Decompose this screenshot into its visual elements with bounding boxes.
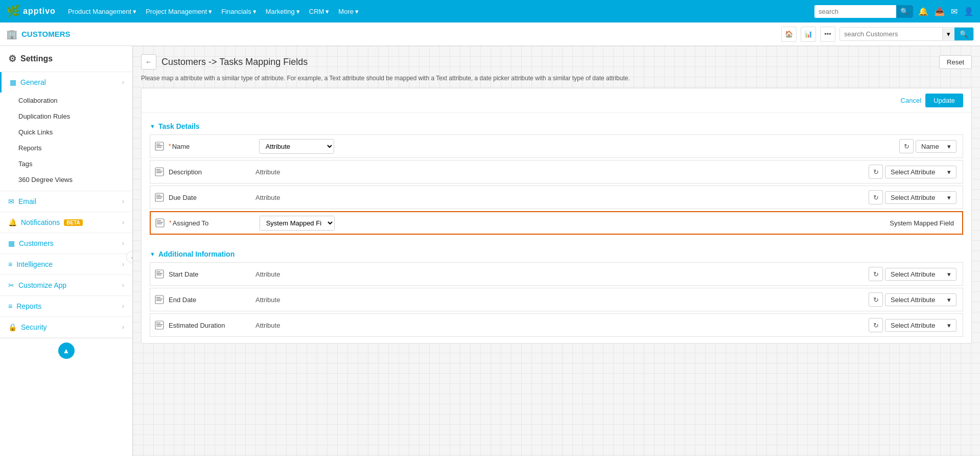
- customers-search-submit[interactable]: 🔍: [954, 28, 973, 40]
- name-select-button[interactable]: Name ▾: [916, 140, 956, 153]
- sidebar-item-customize-app[interactable]: ✂ Customize App ›: [0, 275, 132, 295]
- chevron-down-icon: ▾: [133, 8, 136, 15]
- sidebar-sub-quick-links[interactable]: Quick Links: [0, 124, 132, 140]
- start-date-dropdown-chevron: ▾: [947, 270, 951, 278]
- sidebar-section-general: ▦ General › Collaboration Duplication Ru…: [0, 72, 132, 191]
- intelligence-icon: ≡: [8, 260, 12, 268]
- sidebar-section-customers: ▦ Customers ›: [0, 233, 132, 254]
- end-date-reset-button[interactable]: ↻: [869, 292, 883, 307]
- sidebar-item-notifications[interactable]: 🔔 Notifications BETA ›: [0, 212, 132, 233]
- sidebar-sub-collaboration[interactable]: Collaboration: [0, 93, 132, 108]
- sidebar-item-general[interactable]: ▦ General ›: [0, 72, 132, 93]
- global-search[interactable]: 🔍: [814, 5, 913, 18]
- reports-chevron: ›: [122, 303, 124, 310]
- sidebar-sub-360-degree-views[interactable]: 360 Degree Views: [0, 172, 132, 188]
- additional-info-title[interactable]: ▼ Additional Information: [150, 245, 963, 262]
- description-type-text: Attribute: [255, 168, 280, 176]
- nav-project-management[interactable]: Project Management ▾: [142, 6, 216, 17]
- svg-rect-21: [156, 297, 160, 298]
- end-date-dropdown-chevron: ▾: [947, 296, 951, 304]
- global-search-button[interactable]: 🔍: [896, 5, 913, 18]
- action-bar: Cancel Update: [142, 88, 971, 113]
- svg-rect-17: [156, 271, 160, 272]
- description-label: Description: [169, 168, 250, 176]
- svg-rect-16: [155, 270, 164, 278]
- sub-navigation: 🏢 CUSTOMERS 🏠 📊 ••• ▾ 🔍: [0, 22, 980, 46]
- task-details-chevron-icon: ▼: [150, 123, 155, 129]
- app-logo[interactable]: 🌿 apptivo: [6, 5, 56, 18]
- customers-search[interactable]: ▾ 🔍: [839, 27, 974, 41]
- security-icon: 🔒: [8, 323, 17, 331]
- name-field-icon: [150, 142, 169, 151]
- start-date-label: Start Date: [169, 270, 250, 278]
- scroll-up-button[interactable]: ▲: [58, 343, 75, 359]
- cancel-link[interactable]: Cancel: [901, 97, 921, 104]
- description-select-button[interactable]: Select Attribute ▾: [885, 166, 956, 178]
- svg-rect-15: [157, 223, 162, 224]
- chevron-down-icon: ▾: [355, 8, 359, 15]
- back-button[interactable]: ←: [141, 54, 156, 70]
- top-nav-right: 🔍 🔔 📥 ✉ 👤: [814, 5, 974, 18]
- estimated-duration-reset-button[interactable]: ↻: [869, 318, 883, 332]
- customers-search-input[interactable]: [840, 28, 942, 40]
- avatar-icon[interactable]: 👤: [964, 7, 974, 16]
- reset-button[interactable]: Reset: [939, 55, 972, 69]
- field-row-name: * Name Attribute System Mapped Fi ↻ Name: [150, 134, 963, 158]
- customize-icon: ✂: [8, 281, 14, 289]
- assigned-to-type-select[interactable]: System Mapped Fi Attribute: [260, 216, 334, 230]
- sidebar-section-intelligence: ≡ Intelligence ›: [0, 254, 132, 275]
- sidebar-item-security[interactable]: 🔒 Security ›: [0, 317, 132, 337]
- name-reset-button[interactable]: ↻: [899, 139, 914, 153]
- svg-rect-25: [156, 323, 160, 324]
- svg-rect-14: [157, 222, 163, 223]
- chart-button[interactable]: 📊: [801, 27, 816, 42]
- update-button[interactable]: Update: [925, 94, 963, 107]
- description-reset-button[interactable]: ↻: [869, 165, 883, 179]
- chevron-down-icon: ▾: [253, 8, 256, 15]
- assigned-to-type-dropdown[interactable]: System Mapped Fi Attribute: [260, 216, 335, 231]
- nav-financials[interactable]: Financials ▾: [217, 6, 261, 17]
- notification-bell-icon[interactable]: 🔔: [918, 7, 928, 16]
- task-details-title[interactable]: ▼ Task Details: [150, 117, 963, 134]
- due-date-select-button[interactable]: Select Attribute ▾: [885, 191, 956, 204]
- nav-more[interactable]: More ▾: [334, 6, 363, 17]
- sidebar-item-email[interactable]: ✉ Email ›: [0, 191, 132, 212]
- name-label: Name: [172, 143, 254, 150]
- due-date-reset-button[interactable]: ↻: [869, 190, 883, 204]
- chevron-down-icon: ▾: [296, 8, 300, 15]
- svg-rect-9: [156, 195, 160, 196]
- nav-product-management[interactable]: Product Management ▾: [64, 6, 141, 17]
- svg-rect-10: [156, 196, 162, 197]
- due-date-label: Due Date: [169, 194, 250, 201]
- more-options-button[interactable]: •••: [820, 27, 835, 42]
- general-chevron: ›: [122, 79, 124, 86]
- notifications-chevron: ›: [122, 219, 124, 226]
- estimated-duration-select-button[interactable]: Select Attribute ▾: [885, 319, 956, 332]
- nav-marketing[interactable]: Marketing ▾: [262, 6, 304, 17]
- mail-icon[interactable]: ✉: [951, 7, 958, 16]
- name-type-dropdown[interactable]: Attribute System Mapped Fi: [259, 139, 334, 154]
- messages-icon[interactable]: 📥: [935, 7, 945, 16]
- customers-chevron: ›: [122, 240, 124, 247]
- end-date-select-button[interactable]: Select Attribute ▾: [885, 293, 956, 306]
- sidebar-item-reports[interactable]: ≡ Reports ›: [0, 296, 132, 316]
- start-date-reset-button[interactable]: ↻: [869, 267, 883, 281]
- description-field-icon: [150, 167, 169, 176]
- customers-search-dropdown[interactable]: ▾: [942, 28, 954, 40]
- svg-rect-5: [156, 169, 160, 170]
- home-button[interactable]: 🏠: [781, 27, 797, 42]
- sidebar-item-intelligence[interactable]: ≡ Intelligence ›: [0, 254, 132, 275]
- sidebar-item-customers[interactable]: ▦ Customers ›: [0, 233, 132, 254]
- email-icon: ✉: [8, 197, 14, 206]
- page-header: ← Customers -> Tasks Mapping Fields Rese…: [141, 54, 972, 70]
- global-search-input[interactable]: [814, 6, 896, 17]
- sidebar-sub-duplication-rules[interactable]: Duplication Rules: [0, 108, 132, 124]
- name-required-marker: *: [169, 143, 171, 150]
- sidebar-sub-reports[interactable]: Reports: [0, 140, 132, 156]
- sidebar-section-customize-app: ✂ Customize App ›: [0, 275, 132, 296]
- start-date-select-button[interactable]: Select Attribute ▾: [885, 268, 956, 281]
- name-type-select[interactable]: Attribute System Mapped Fi: [260, 140, 334, 153]
- nav-crm[interactable]: CRM ▾: [305, 6, 334, 17]
- svg-rect-24: [155, 321, 164, 329]
- sidebar-sub-tags[interactable]: Tags: [0, 156, 132, 172]
